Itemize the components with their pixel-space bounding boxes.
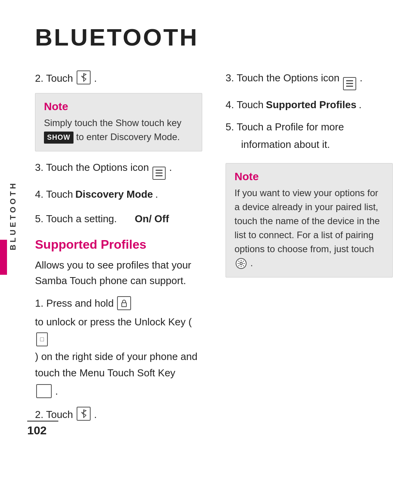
press-step-1-mid: to unlock or press the Unlock Key ( [35,314,192,330]
step-2-left-text: 2. Touch [35,71,73,86]
step-3-left: 3. Touch the Options icon . [35,160,202,180]
sidebar-label: BLUETOOTH [9,181,18,250]
press-step-1-prefix: 1. Press and hold [35,295,114,312]
step-3-right-text: 3. Touch the Options icon [226,70,340,86]
right-column: 3. Touch the Options icon . 4. Touch Sup… [226,70,393,429]
main-content: 2. Touch . Note Simply touch the Show to… [35,70,393,429]
page-title: BLUETOOTH [35,23,393,51]
step-5-right-line1: 5. Touch a Profile for more [226,119,344,135]
note-label-1: Note [44,100,193,113]
options-icon-right [343,77,356,90]
step-5-right-line2: information about it. [241,137,330,152]
step-4-prefix-left: 4. Touch [35,187,73,202]
note-box-1: Note Simply touch the Show touch key SHO… [35,93,202,151]
gear-icon-note [236,258,247,269]
step-3-right-dot: . [360,70,362,86]
step-4-right: 4. Touch Supported Profiles. [226,97,393,112]
on-off-label: On/ Off [135,211,169,227]
left-column: 2. Touch . Note Simply touch the Show to… [35,70,202,429]
sidebar-bar [0,240,7,275]
supported-profiles-desc: Allows you to see profiles that your Sam… [35,257,202,289]
step-4-right-bold: Supported Profiles [266,97,357,112]
note-box-2: Note If you want to view your options fo… [226,163,393,277]
press-step-1-end: ) on the right side of your phone and to… [35,349,202,381]
page-number: 102 [27,424,47,437]
note-text-2-dot: . [250,258,253,268]
unlock-key-icon: □ [36,332,48,346]
svg-rect-0 [122,303,126,307]
divider-line [27,421,58,421]
press-step-1: 1. Press and hold to unlock or press the… [35,295,202,400]
supported-profiles-heading: Supported Profiles [35,237,202,252]
step-5-left-text: 5. Touch a setting. [35,211,117,227]
step-4-left: 4. Touch Discovery Mode. [35,187,202,202]
step-5-right: 5. Touch a Profile for more information … [226,119,393,152]
step-3-left-dot: . [169,160,172,175]
step-2-bottom-dot: . [94,407,97,422]
bluetooth-icon-left [77,70,91,84]
menu-soft-key-icon [36,384,52,398]
note-text-2: If you want to view your options for a d… [234,186,384,270]
step-4-right-prefix: 4. Touch [226,97,264,112]
step-3-right: 3. Touch the Options icon . [226,70,393,90]
step-2-left-dot: . [94,71,97,86]
lock-icon [117,296,131,310]
step-4-bold-left: Discovery Mode [75,187,153,202]
note-label-2: Note [234,170,384,183]
note-text-1: Simply touch the Show touch key SHOW to … [44,116,193,144]
step-2-left: 2. Touch . [35,70,202,86]
step-5-left: 5. Touch a setting. On/ Off [35,209,202,227]
svg-point-1 [240,262,242,265]
step-2-bottom: 2. Touch . [35,407,202,422]
step-2-bottom-text: 2. Touch [35,407,73,422]
show-key-badge: SHOW [44,132,74,144]
press-step-1-final: . [55,383,58,400]
options-icon-left [152,167,166,180]
bluetooth-icon-bottom [77,407,91,421]
step-3-left-text: 3. Touch the Options icon [35,160,149,175]
